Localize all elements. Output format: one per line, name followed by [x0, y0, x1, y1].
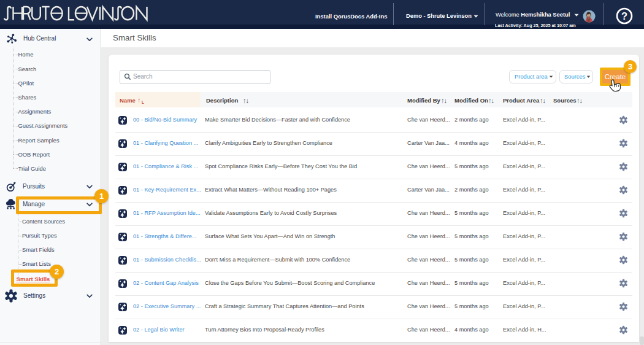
svg-text:?: ? — [621, 10, 627, 21]
